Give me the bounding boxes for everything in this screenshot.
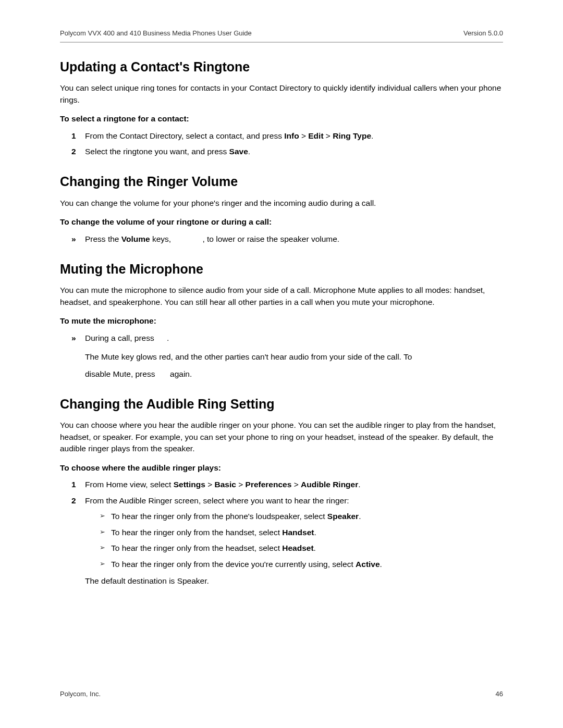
bold: Headset: [282, 544, 313, 552]
text: , to lower or raise the speaker volume.: [202, 235, 339, 243]
text: To hear the ringer only from the handset…: [111, 528, 282, 537]
body-text: You can choose where you hear the audibl…: [60, 419, 503, 454]
bold: Settings: [174, 480, 205, 489]
heading-muting-microphone: Muting the Microphone: [60, 260, 503, 278]
bold: Save: [229, 147, 248, 156]
text: again.: [168, 369, 192, 378]
lead-text: To choose where the audible ringer plays…: [60, 462, 503, 474]
bullet-list: During a call, press .: [71, 332, 503, 344]
text: keys,: [150, 235, 174, 243]
bold: Edit: [308, 131, 323, 140]
bold: Audible Ringer: [301, 480, 358, 489]
text: >: [205, 480, 215, 489]
text: During a call, press: [85, 334, 156, 342]
list-item: 2 Select the ringtone you want, and pres…: [71, 146, 503, 157]
list-item: 1 From the Contact Directory, select a c…: [71, 130, 503, 142]
list-item: During a call, press .: [71, 332, 503, 344]
header-divider: [60, 42, 503, 43]
list-number: 1: [71, 130, 76, 142]
bold: Speaker: [327, 512, 359, 521]
text: To hear the ringer only from the phone's…: [111, 512, 327, 521]
text: >: [291, 480, 301, 489]
list-item: To hear the ringer only from the handset…: [100, 527, 503, 538]
lead-text: To select a ringtone for a contact:: [60, 113, 503, 125]
body-text: You can mute the microphone to silence a…: [60, 285, 503, 308]
text: To hear the ringer only from the device …: [111, 560, 356, 569]
text: From the Audible Ringer screen, select w…: [85, 496, 349, 505]
list-item: To hear the ringer only from the phone's…: [100, 511, 503, 522]
text: .: [359, 512, 361, 521]
header-version: Version 5.0.0: [463, 29, 503, 39]
heading-ringer-volume: Changing the Ringer Volume: [60, 172, 503, 191]
text: .: [167, 334, 169, 342]
footer-company: Polycom, Inc.: [60, 689, 101, 699]
lead-text: To mute the microphone:: [60, 315, 503, 327]
sub-text: disable Mute, press again.: [85, 368, 503, 380]
bold: Volume: [121, 235, 150, 243]
text: From Home view, select: [85, 480, 174, 489]
list-item: To hear the ringer only from the headset…: [100, 542, 503, 554]
text: disable Mute, press: [85, 369, 157, 378]
text: >: [236, 480, 246, 489]
text: >: [324, 131, 333, 140]
list-item: To hear the ringer only from the device …: [100, 559, 503, 570]
bold: Info: [284, 131, 299, 140]
footer-page-number: 46: [496, 689, 503, 699]
bullet-list: Press the Volume keys, , to lower or rai…: [71, 233, 503, 245]
list-item: 1 From Home view, select Settings > Basi…: [71, 479, 503, 490]
bold: Basic: [215, 480, 236, 489]
header-row: Polycom VVX 400 and 410 Business Media P…: [60, 29, 503, 39]
bold: Handset: [282, 528, 314, 537]
list-number: 2: [71, 146, 76, 157]
bold: Preferences: [246, 480, 292, 489]
page: Polycom VVX 400 and 410 Business Media P…: [0, 0, 563, 728]
bold: Active: [356, 560, 380, 569]
sub-text: The Mute key glows red, and the other pa…: [85, 351, 503, 363]
list-number: 1: [71, 479, 76, 490]
text: .: [248, 147, 250, 156]
text: .: [314, 528, 316, 537]
text: Select the ringtone you want, and press: [85, 147, 229, 156]
text: To hear the ringer only from the headset…: [111, 544, 282, 552]
body-text: You can select unique ring tones for con…: [60, 82, 503, 106]
chevron-list: To hear the ringer only from the phone's…: [100, 511, 503, 570]
text: >: [299, 131, 309, 140]
text: From the Contact Directory, select a con…: [85, 131, 284, 140]
text: .: [358, 480, 360, 489]
lead-text: To change the volume of your ringtone or…: [60, 216, 503, 228]
text: .: [380, 560, 382, 569]
numbered-list: 1 From the Contact Directory, select a c…: [71, 130, 503, 158]
bold: Ring Type: [333, 131, 371, 140]
heading-updating-ringtone: Updating a Contact's Ringtone: [60, 57, 503, 76]
footer-row: Polycom, Inc. 46: [60, 689, 503, 699]
body-text: You can change the volume for your phone…: [60, 198, 503, 209]
numbered-list: 1 From Home view, select Settings > Basi…: [71, 479, 503, 587]
text: .: [314, 544, 316, 552]
header-title: Polycom VVX 400 and 410 Business Media P…: [60, 29, 252, 39]
list-number: 2: [71, 495, 76, 507]
list-item: Press the Volume keys, , to lower or rai…: [71, 233, 503, 245]
list-item: 2 From the Audible Ringer screen, select…: [71, 495, 503, 587]
heading-audible-ring: Changing the Audible Ring Setting: [60, 394, 503, 413]
text: .: [371, 131, 373, 140]
text: The default destination is Speaker.: [85, 575, 503, 587]
text: Press the: [85, 235, 121, 243]
